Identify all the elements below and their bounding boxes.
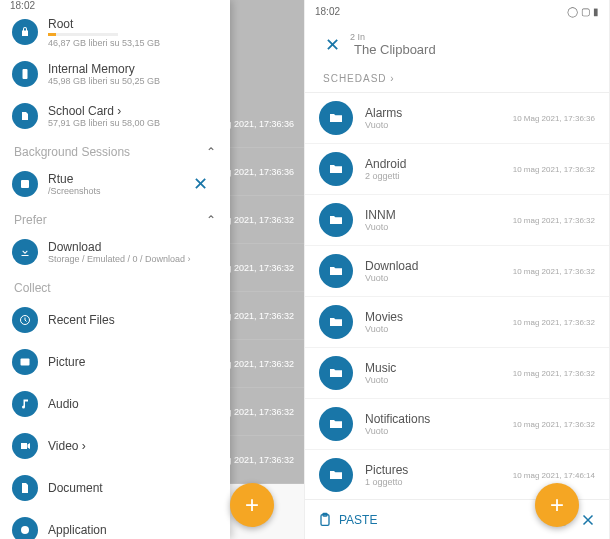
sidebar: 18:02 Root 46,87 GB liberi su 53,15 GB I… [0, 0, 230, 539]
list-item[interactable]: MusicVuoto10 mag 2021, 17:36:32 [305, 348, 609, 399]
svg-rect-3 [21, 359, 30, 366]
header-title: The Clipboard [354, 42, 436, 57]
add-button[interactable]: + [230, 483, 274, 527]
add-button[interactable]: + [535, 483, 579, 527]
bg-session-item[interactable]: Rtue /Screenshots ✕ [0, 163, 230, 205]
recent-icon [12, 307, 38, 333]
folder-icon [319, 407, 353, 441]
close-icon[interactable]: ✕ [183, 173, 218, 195]
item-title: Pictures [365, 463, 513, 477]
svg-rect-1 [21, 180, 29, 188]
folder-icon [319, 254, 353, 288]
collect-recent[interactable]: Recent Files [0, 299, 230, 341]
collect-video[interactable]: Video › [0, 425, 230, 467]
item-sub: Vuoto [365, 324, 513, 334]
item-sub: Vuoto [365, 120, 513, 130]
item-date: 10 mag 2021, 17:36:32 [513, 318, 595, 327]
item-title: INNM [365, 208, 513, 222]
folder-icon [319, 305, 353, 339]
list-item[interactable]: MoviesVuoto10 mag 2021, 17:36:32 [305, 297, 609, 348]
storage-sub: 45,98 GB liberi su 50,25 GB [48, 76, 218, 86]
storage-root[interactable]: Root 46,87 GB liberi su 53,15 GB [0, 11, 230, 53]
folder-icon [319, 356, 353, 390]
section-background[interactable]: Background Sessions ⌃ [0, 137, 230, 163]
phone-icon [12, 61, 38, 87]
storage-sub: 57,91 GB liberi su 58,00 GB [48, 118, 218, 128]
bg-sub: /Screenshots [48, 186, 183, 196]
item-date: 10 mag 2021, 17:36:32 [513, 369, 595, 378]
status-bar: 18:02 ◯ ▢ ▮ [305, 0, 609, 22]
clipboard-icon [317, 512, 333, 528]
storage-title: School Card › [48, 104, 218, 118]
file-list: AlarmsVuoto10 Mag 2021, 17:36:36Android2… [305, 93, 609, 499]
lock-icon [12, 19, 38, 45]
collect-label: Recent Files [48, 313, 115, 327]
item-sub: Vuoto [365, 426, 513, 436]
item-title: Download [365, 259, 513, 273]
app-icon [12, 517, 38, 539]
chevron-up-icon: ⌃ [206, 145, 216, 159]
storage-title: Internal Memory [48, 62, 218, 76]
screenshot-icon [12, 171, 38, 197]
paste-label: PASTE [339, 513, 377, 527]
section-collect[interactable]: Collect [0, 273, 230, 299]
audio-icon [12, 391, 38, 417]
pref-title: Download [48, 240, 218, 254]
progress-bar [48, 33, 118, 36]
list-item[interactable]: DownloadVuoto10 mag 2021, 17:36:32 [305, 246, 609, 297]
breadcrumb[interactable]: SCHEDASD › [305, 67, 609, 93]
item-date: 10 mag 2021, 17:36:32 [513, 216, 595, 225]
collect-label: Application [48, 523, 107, 537]
collect-application[interactable]: Application [0, 509, 230, 539]
collect-label: Audio [48, 397, 79, 411]
list-item[interactable]: Android2 oggetti10 mag 2021, 17:36:32 [305, 144, 609, 195]
clipboard-header: ✕ 2 In The Clipboard [305, 22, 609, 67]
collect-picture[interactable]: Picture [0, 341, 230, 383]
item-title: Movies [365, 310, 513, 324]
storage-sdcard[interactable]: School Card › 57,91 GB liberi su 58,00 G… [0, 95, 230, 137]
document-icon [12, 475, 38, 501]
video-icon [12, 433, 38, 459]
header-sub: 2 In [350, 32, 436, 42]
collect-audio[interactable]: Audio [0, 383, 230, 425]
list-item[interactable]: NotificationsVuoto10 mag 2021, 17:36:32 [305, 399, 609, 450]
item-date: 10 Mag 2021, 17:36:36 [513, 114, 595, 123]
left-phone: 10 mag 2021, 17:36:36 10 mag 2021, 17:36… [0, 0, 305, 539]
paste-button[interactable]: PASTE [317, 512, 377, 528]
item-date: 10 mag 2021, 17:36:32 [513, 420, 595, 429]
bg-title: Rtue [48, 172, 183, 186]
cancel-icon[interactable] [579, 511, 597, 529]
item-title: Android [365, 157, 513, 171]
close-icon[interactable]: ✕ [315, 34, 350, 56]
collect-document[interactable]: Document [0, 467, 230, 509]
right-phone: 18:02 ◯ ▢ ▮ ✕ 2 In The Clipboard SCHEDAS… [305, 0, 610, 539]
item-sub: 2 oggetti [365, 171, 513, 181]
folder-icon [319, 458, 353, 492]
item-date: 10 mag 2021, 17:46:14 [513, 471, 595, 480]
item-sub: Vuoto [365, 375, 513, 385]
status-time: 18:02 [315, 6, 340, 17]
storage-internal[interactable]: Internal Memory 45,98 GB liberi su 50,25… [0, 53, 230, 95]
pref-download[interactable]: Download Storage / Emulated / 0 / Downlo… [0, 231, 230, 273]
collect-label: Document [48, 481, 103, 495]
item-sub: Vuoto [365, 273, 513, 283]
item-date: 10 mag 2021, 17:36:32 [513, 267, 595, 276]
status-icons: ◯ ▢ ▮ [567, 6, 599, 17]
item-sub: Vuoto [365, 222, 513, 232]
folder-icon [319, 152, 353, 186]
status-time: 18:02 [10, 0, 35, 11]
collect-label: Video › [48, 439, 86, 453]
list-item[interactable]: AlarmsVuoto10 Mag 2021, 17:36:36 [305, 93, 609, 144]
collect-label: Picture [48, 355, 85, 369]
item-title: Alarms [365, 106, 513, 120]
svg-point-4 [21, 526, 29, 534]
list-item[interactable]: INNMVuoto10 mag 2021, 17:36:32 [305, 195, 609, 246]
section-prefer[interactable]: Prefer ⌃ [0, 205, 230, 231]
item-date: 10 mag 2021, 17:36:32 [513, 165, 595, 174]
item-sub: 1 oggetto [365, 477, 513, 487]
folder-icon [319, 101, 353, 135]
download-icon [12, 239, 38, 265]
svg-rect-0 [23, 69, 28, 79]
item-title: Music [365, 361, 513, 375]
item-title: Notifications [365, 412, 513, 426]
